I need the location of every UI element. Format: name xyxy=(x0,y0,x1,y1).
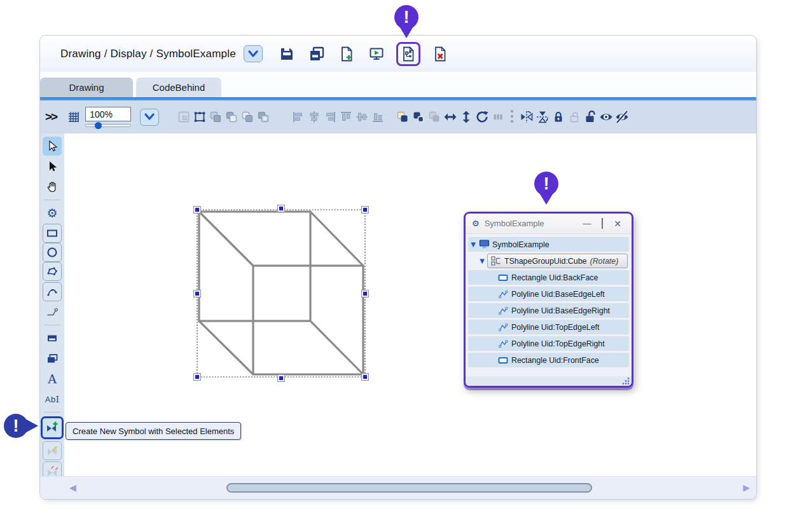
sidebar-separator xyxy=(44,200,60,200)
zoom-slider[interactable] xyxy=(85,124,131,127)
lock-button[interactable] xyxy=(550,109,566,125)
align-left-button[interactable] xyxy=(290,109,306,125)
bring-forward-button[interactable] xyxy=(239,109,255,125)
tree-row-topedgeright[interactable]: Polyline Uid:TopEdgeRight xyxy=(468,336,629,351)
tree-row-root[interactable]: ▼ SymbolExample xyxy=(468,237,629,252)
save-button[interactable] xyxy=(277,44,297,64)
tree-selected-item[interactable]: TShapeGroupUid:Cube (Rotate) xyxy=(487,254,628,268)
zoom-slider-knob[interactable] xyxy=(95,122,102,129)
cube-base-edge-right[interactable] xyxy=(310,321,363,374)
mirror-horizontal-button[interactable] xyxy=(518,109,534,125)
delete-document-button[interactable] xyxy=(430,44,450,64)
edit-symbol-tool[interactable] xyxy=(43,441,62,460)
pan-tool[interactable] xyxy=(43,177,62,196)
padlock-open-icon xyxy=(583,109,598,125)
scrollbar-thumb[interactable] xyxy=(226,483,592,493)
layers-tool[interactable] xyxy=(43,349,62,368)
select-bounds-icon xyxy=(176,109,191,125)
ellipse-tool[interactable] xyxy=(43,243,62,262)
group-disabled-button[interactable] xyxy=(426,109,442,125)
cube-group[interactable] xyxy=(199,212,363,374)
symbol-window-titlebar[interactable]: ⚙ SymbolExample — ✕ xyxy=(466,214,632,234)
minimize-button[interactable]: — xyxy=(579,219,595,228)
curve-tool[interactable] xyxy=(43,282,62,301)
send-backward-icon xyxy=(224,109,239,125)
align-center-horizontal-button[interactable] xyxy=(306,109,322,125)
flip-horizontal-icon xyxy=(443,109,458,125)
distribute-button[interactable] xyxy=(490,109,506,125)
text-tool[interactable]: A xyxy=(43,369,62,388)
symbol-window-footer xyxy=(466,376,632,386)
symbol-example-window[interactable]: ⚙ SymbolExample — ✕ ▼ SymbolExample ▼ xyxy=(464,212,633,388)
align-right-button[interactable] xyxy=(322,109,338,125)
expander-icon[interactable]: ▼ xyxy=(477,257,487,264)
rectangle-tool[interactable] xyxy=(43,224,62,243)
dimension-tool[interactable] xyxy=(43,303,62,322)
hide-element-button[interactable] xyxy=(614,109,630,125)
unlock-button[interactable] xyxy=(566,109,582,125)
create-symbol-tool[interactable] xyxy=(43,418,62,437)
align-bottom-icon xyxy=(370,109,385,125)
tab-codebehind[interactable]: CodeBehind xyxy=(136,78,221,97)
new-document-button[interactable] xyxy=(336,44,357,64)
create-symbol-file-button[interactable] xyxy=(399,45,417,63)
send-to-back-button[interactable] xyxy=(255,109,271,125)
scroll-right-arrow[interactable]: ▶ xyxy=(743,482,750,493)
rectangle-tool-icon xyxy=(46,227,59,240)
polyline-icon xyxy=(498,322,508,332)
filled-rectangle-icon xyxy=(46,332,59,344)
align-top-button[interactable] xyxy=(338,109,354,125)
zoom-dropdown-button[interactable] xyxy=(140,109,159,126)
polygon-tool[interactable] xyxy=(43,262,62,281)
tree-row-baseedgeright[interactable]: Polyline Uid:BaseEdgeRight xyxy=(468,303,629,318)
drawing-toolbar: >> xyxy=(40,100,756,133)
maximize-button[interactable] xyxy=(595,219,610,228)
exclamation-mark: ! xyxy=(544,174,550,193)
tab-drawing[interactable]: Drawing xyxy=(40,78,133,97)
mirror-vertical-icon xyxy=(535,109,550,125)
select-tool[interactable] xyxy=(43,137,62,156)
document-dropdown-button[interactable] xyxy=(244,45,263,62)
label-tool[interactable]: AbI xyxy=(43,390,62,409)
tree-row-frontface[interactable]: Rectangle Uid:FrontFace xyxy=(468,353,629,367)
distribute-icon xyxy=(490,109,506,125)
mirror-vertical-button[interactable] xyxy=(534,109,550,125)
toolbar-overflow-button[interactable]: >> xyxy=(45,110,57,124)
transform-handles-button[interactable] xyxy=(191,109,207,125)
bring-to-front-button[interactable] xyxy=(207,109,223,125)
mirror-horizontal-icon xyxy=(519,109,534,125)
resize-grip-icon[interactable] xyxy=(621,377,630,385)
rotate-button[interactable] xyxy=(474,109,490,125)
scroll-left-arrow[interactable]: ◀ xyxy=(69,482,76,493)
run-preview-button[interactable] xyxy=(366,44,387,64)
select-bounds-button[interactable] xyxy=(176,109,191,125)
tree-row-backface[interactable]: Rectangle Uid:BackFace xyxy=(468,270,629,285)
cube-top-edge-right[interactable] xyxy=(310,212,363,266)
rotate-icon xyxy=(474,109,490,125)
cube-base-edge-left[interactable] xyxy=(199,321,253,374)
horizontal-scrollbar[interactable]: ◀ ▶ xyxy=(40,476,756,499)
tree-row-baseedgeleft[interactable]: Polyline Uid:BaseEdgeLeft xyxy=(468,287,629,301)
cube-top-edge-left[interactable] xyxy=(199,212,253,266)
flip-vertical-button[interactable] xyxy=(458,109,474,125)
grid-toggle-button[interactable] xyxy=(66,109,81,125)
expander-icon[interactable]: ▼ xyxy=(468,241,478,248)
direct-select-tool[interactable] xyxy=(43,157,62,176)
label-tool-icon: AbI xyxy=(45,395,60,404)
align-middle-button[interactable] xyxy=(354,109,370,125)
ungroup-button[interactable] xyxy=(410,109,426,125)
tree-row-topedgeleft[interactable]: Polyline Uid:TopEdgeLeft xyxy=(468,320,629,334)
show-element-button[interactable] xyxy=(598,109,614,125)
padlock-open-button[interactable] xyxy=(582,109,598,125)
send-backward-button[interactable] xyxy=(223,109,239,125)
close-button[interactable]: ✕ xyxy=(610,219,625,229)
save-all-button[interactable] xyxy=(307,44,327,64)
zoom-input[interactable] xyxy=(85,107,131,121)
flip-horizontal-button[interactable] xyxy=(442,109,458,125)
tree-row-group[interactable]: ▼ TShapeGroupUid:Cube (Rotate) xyxy=(468,254,629,268)
bring-forward-icon xyxy=(240,109,255,125)
settings-tool[interactable]: ⚙ xyxy=(43,203,62,222)
group-button[interactable] xyxy=(394,109,410,125)
align-bottom-button[interactable] xyxy=(370,109,385,125)
filled-rectangle-tool[interactable] xyxy=(43,329,62,348)
